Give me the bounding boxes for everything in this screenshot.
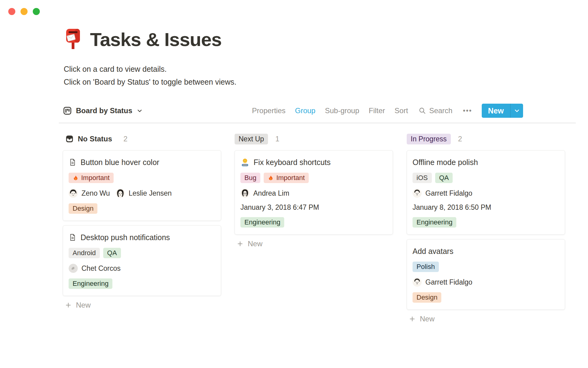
tag-qa[interactable]: QA (435, 173, 453, 183)
column-title: No Status (78, 135, 112, 143)
avatar-chet-corcos (69, 264, 78, 273)
avatar-garrett-fidalgo (413, 189, 422, 198)
person-chet-corcos: Chet Corcos (69, 264, 121, 273)
person-garrett-fidalgo: Garrett Fidalgo (413, 189, 472, 198)
avatar-leslie-jensen (116, 189, 125, 198)
person-name: Chet Corcos (81, 264, 121, 273)
tag-bug[interactable]: Bug (240, 173, 260, 183)
board-column-no-status: No Status 2 Button blue hover color Impo… (63, 133, 221, 309)
card-title-row: Offline mode polish (413, 157, 559, 167)
toolbar-divider (59, 123, 576, 123)
tag-important[interactable]: Important (264, 173, 309, 183)
people-row: Zeno Wu Leslie Jensen (69, 189, 215, 198)
card-title: Button blue hover color (81, 157, 159, 167)
technologist-emoji-icon (240, 158, 250, 167)
avatar-garrett-fidalgo (413, 278, 422, 287)
plus-icon (409, 315, 416, 323)
tag-android[interactable]: Android (69, 248, 100, 258)
tag-engineering[interactable]: Engineering (413, 217, 456, 228)
column-count: 2 (458, 135, 462, 143)
tag-row: Design (69, 203, 215, 214)
page-title: Tasks & Issues (90, 29, 221, 50)
search-label: Search (429, 106, 452, 115)
people-row: Garrett Fidalgo (413, 278, 559, 287)
column-header-no-status[interactable]: No Status 2 (63, 133, 221, 145)
card-date: January 8, 2018 6:50 PM (413, 203, 559, 212)
board-view-icon (63, 106, 72, 115)
person-garrett-fidalgo: Garrett Fidalgo (413, 278, 472, 287)
search-button[interactable]: Search (418, 106, 452, 115)
card-title: Add avatars (413, 246, 453, 256)
tag-label: Engineering (73, 280, 108, 288)
description-line-1: Click on a card to view details. (64, 63, 236, 75)
column-header-next-up[interactable]: Next Up 1 (235, 133, 393, 145)
fire-icon (73, 175, 79, 181)
tag-label: Android (73, 249, 96, 257)
page-header: Tasks & Issues (64, 28, 221, 50)
plus-icon (236, 240, 244, 247)
add-card-button[interactable]: New (235, 240, 393, 248)
card-fix-keyboard-shortcuts[interactable]: Fix keyboard shortcuts Bug Important And… (235, 150, 393, 235)
inbox-icon (65, 135, 74, 143)
card-date: January 3, 2018 6:47 PM (240, 203, 387, 212)
column-header-in-progress[interactable]: In Progress 2 (407, 133, 565, 145)
person-name: Andrea Lim (253, 189, 289, 197)
new-button[interactable]: New (482, 104, 510, 118)
tag-qa[interactable]: QA (103, 248, 121, 258)
new-dropdown-button[interactable] (510, 104, 523, 118)
card-title-row: Fix keyboard shortcuts (240, 157, 387, 167)
tag-design[interactable]: Design (69, 203, 97, 214)
fire-icon (268, 175, 274, 181)
window-close-button[interactable] (8, 8, 15, 15)
tag-row: Engineering (240, 217, 387, 228)
toolbar-item-group[interactable]: Group (295, 106, 315, 115)
person-andrea-lim: Andrea Lim (240, 189, 289, 198)
toolbar-item-sub-group[interactable]: Sub-group (325, 106, 359, 115)
page-icon (69, 233, 77, 241)
card-button-blue-hover-color[interactable]: Button blue hover color Important Zeno W… (63, 150, 221, 221)
card-desktop-push-notifications[interactable]: Desktop push notifications Android QA Ch… (63, 225, 221, 296)
view-switcher-board-by-status[interactable]: Board by Status (63, 106, 143, 115)
tag-label: Engineering (417, 218, 452, 226)
more-options-button[interactable]: ••• (463, 107, 472, 115)
toolbar-item-filter[interactable]: Filter (369, 106, 385, 115)
tag-ios[interactable]: iOS (413, 173, 432, 183)
window-minimize-button[interactable] (21, 8, 28, 15)
tag-design[interactable]: Design (413, 292, 441, 303)
tag-row: Engineering (413, 217, 559, 228)
tag-engineering[interactable]: Engineering (69, 278, 112, 289)
add-card-label: New (420, 315, 435, 323)
tag-engineering[interactable]: Engineering (240, 217, 284, 228)
card-title: Offline mode polish (413, 157, 478, 167)
tag-row: Polish (413, 262, 559, 272)
column-count: 2 (123, 135, 127, 143)
people-row: Garrett Fidalgo (413, 189, 559, 198)
card-add-avatars[interactable]: Add avatars Polish Garrett Fidalgo Desig… (407, 239, 565, 310)
tag-label: Bug (244, 174, 256, 182)
person-name: Leslie Jensen (129, 189, 172, 197)
tag-important[interactable]: Important (69, 173, 114, 183)
add-card-label: New (76, 301, 91, 309)
tag-row: Design (413, 292, 559, 303)
tag-polish[interactable]: Polish (413, 262, 439, 272)
tag-label: Engineering (244, 218, 280, 226)
window-zoom-button[interactable] (33, 8, 40, 15)
people-row: Chet Corcos (69, 264, 215, 273)
add-card-label: New (248, 240, 262, 248)
tag-label: Polish (417, 263, 435, 271)
person-zeno-wu: Zeno Wu (69, 189, 110, 198)
person-name: Garrett Fidalgo (425, 278, 472, 286)
description-line-2: Click on 'Board by Status' to toggle bet… (64, 75, 236, 88)
add-card-button[interactable]: New (63, 301, 221, 309)
tag-label: Design (417, 293, 437, 301)
tag-row: iOS QA (413, 173, 559, 183)
card-title: Fix keyboard shortcuts (254, 157, 331, 167)
plus-icon (65, 301, 72, 309)
toolbar-item-properties[interactable]: Properties (252, 106, 285, 115)
board-column-next-up: Next Up 1 Fix keyboard shortcuts Bug (235, 133, 393, 248)
chevron-down-icon (136, 107, 143, 114)
person-leslie-jensen: Leslie Jensen (116, 189, 172, 198)
card-offline-mode-polish[interactable]: Offline mode polish iOS QA Garrett Fidal… (407, 150, 565, 235)
toolbar-item-sort[interactable]: Sort (394, 106, 408, 115)
add-card-button[interactable]: New (407, 315, 565, 323)
